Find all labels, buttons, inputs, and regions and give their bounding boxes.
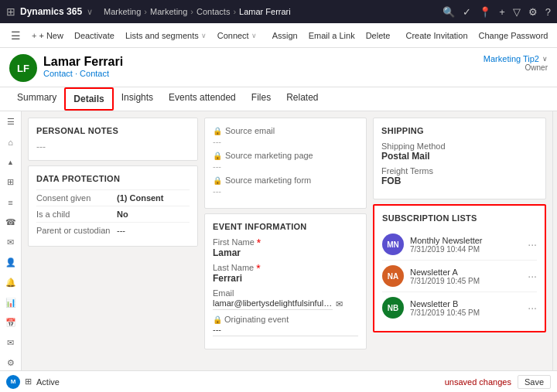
grid-icon[interactable]: ⊞: [6, 5, 15, 18]
email-link-button[interactable]: Email a Link: [304, 29, 360, 43]
mail-icon[interactable]: ✉: [3, 335, 19, 350]
main-layout: ☰ ⌂ ▲ ⊞ ≡ ☎ ✉ 👤 🔔 📊 📅 ✉ ⚙ PERSONAL NOTES…: [0, 111, 557, 370]
change-password-button[interactable]: Change Password: [474, 29, 553, 43]
filter-icon[interactable]: ▽: [513, 6, 521, 18]
subscription-more-3[interactable]: ···: [528, 302, 537, 314]
connect-button[interactable]: Connect ∨: [213, 29, 261, 43]
phone-icon[interactable]: ☎: [3, 215, 19, 230]
scrollbar[interactable]: [552, 111, 557, 370]
deactivate-button[interactable]: Deactivate: [70, 29, 119, 43]
gear-icon[interactable]: ⚙: [528, 6, 538, 18]
subscription-info-2: Newsletter A 7/31/2019 10:45 PM: [410, 268, 521, 285]
lists-segments-button[interactable]: Lists and segments ∨: [121, 29, 211, 43]
chart-icon[interactable]: 📊: [3, 295, 19, 310]
command-bar: ☰ + + New Deactivate Lists and segments …: [0, 23, 557, 48]
delete-button[interactable]: Delete: [361, 29, 395, 43]
contact-type[interactable]: Contact · Contact: [43, 69, 484, 78]
subscription-lists-card: Subscription Lists MN Monthly Newsletter…: [373, 204, 546, 332]
source-form-value: ---: [213, 186, 358, 196]
tab-summary[interactable]: Summary: [9, 87, 64, 111]
subscription-name-3: Newsletter B: [410, 299, 521, 308]
source-page-label: 🔒 Source marketing page: [213, 151, 358, 160]
column-3: SHIPPING Shipping Method Postal Mail Fre…: [373, 118, 546, 364]
check-circle-icon[interactable]: ✓: [463, 6, 471, 18]
more-button[interactable]: ···: [554, 29, 557, 43]
freight-terms-value[interactable]: FOB: [381, 176, 538, 186]
tab-events[interactable]: Events attended: [161, 87, 244, 111]
expand-icon[interactable]: ☰: [3, 114, 19, 130]
subscription-more-1[interactable]: ···: [528, 238, 537, 251]
source-page-value: ---: [213, 162, 358, 171]
dp-row-parent: Parent or custodian ---: [36, 222, 190, 238]
settings-side-icon[interactable]: ⚙: [3, 355, 19, 370]
breadcrumb: Marketing › Marketing › Contacts › Lamar…: [97, 0, 297, 23]
hamburger-icon[interactable]: ☰: [6, 28, 26, 43]
lock-icon-2: 🔒: [213, 152, 222, 160]
calendar-icon[interactable]: 📅: [3, 315, 19, 330]
email-field-value[interactable]: lamar@libertysdelightfulsinfulbakeryandc…: [213, 298, 333, 310]
first-name-value[interactable]: Lamar: [213, 247, 358, 258]
bell-icon[interactable]: 🔔: [3, 274, 19, 290]
email-field-label: Email: [213, 288, 358, 298]
shipping-method-field: Shipping Method Postal Mail: [381, 141, 538, 162]
status-active: Active: [36, 377, 60, 387]
email-field: Email lamar@libertysdelightfulsinfulbake…: [213, 288, 358, 310]
source-form-group: 🔒 Source marketing form ---: [213, 176, 358, 196]
contact-info: Lamar Ferrari Contact · Contact: [43, 54, 484, 78]
freight-terms-field: Freight Terms FOB: [381, 166, 538, 186]
tab-insights[interactable]: Insights: [114, 87, 161, 111]
unsaved-changes: unsaved changes: [445, 377, 511, 387]
up-icon[interactable]: ▲: [3, 155, 19, 170]
contact-header-right: Marketing Tip2 ∨ Owner: [484, 54, 548, 72]
status-left: M ⊞ Active: [6, 375, 60, 389]
lock-icon-4: 🔒: [213, 315, 222, 324]
create-invitation-button[interactable]: Create Invitation: [401, 29, 472, 43]
last-name-value[interactable]: Ferrari: [213, 273, 358, 284]
subscription-name-1: Monthly Newsletter: [410, 236, 521, 245]
event-info-title: Event information: [213, 222, 358, 231]
user-icon[interactable]: 👤: [3, 254, 19, 270]
last-name-label: Last Name *: [213, 263, 358, 272]
resize-icon[interactable]: ⊞: [25, 377, 32, 387]
shipping-card: SHIPPING Shipping Method Postal Mail Fre…: [373, 118, 546, 199]
home-side-icon[interactable]: ⌂: [3, 135, 19, 150]
freight-terms-label: Freight Terms: [381, 166, 538, 176]
save-button[interactable]: Save: [518, 375, 551, 389]
marketing-tip-sub: Owner: [525, 63, 548, 72]
dp-consent-label: Consent given: [36, 193, 114, 203]
plus-icon[interactable]: +: [499, 6, 505, 18]
breadcrumb-contacts[interactable]: Contacts: [196, 7, 230, 16]
breadcrumb-contact-name[interactable]: Lamar Ferrari: [239, 7, 291, 16]
breadcrumb-marketing2[interactable]: Marketing: [150, 7, 187, 16]
dp-child-label: Is a child: [36, 210, 114, 219]
email-side-icon[interactable]: ✉: [3, 235, 19, 251]
column-2: 🔒 Source email --- 🔒 Source marketing pa…: [204, 118, 367, 364]
new-button[interactable]: + + New: [27, 29, 68, 43]
avatar: LF: [9, 54, 37, 82]
tab-related[interactable]: Related: [278, 87, 326, 111]
source-email-value: ---: [213, 137, 358, 146]
list-side-icon[interactable]: ≡: [3, 195, 19, 210]
help-icon[interactable]: ?: [545, 6, 551, 18]
app-name[interactable]: Dynamics 365: [20, 6, 82, 17]
subscription-info-3: Newsletter B 7/31/2019 10:45 PM: [410, 299, 521, 317]
assign-button[interactable]: Assign: [268, 29, 302, 43]
subscription-more-2[interactable]: ···: [528, 270, 537, 282]
search-icon[interactable]: 🔍: [443, 6, 455, 18]
contact-header: LF Lamar Ferrari Contact · Contact Marke…: [0, 48, 557, 87]
breadcrumb-marketing1[interactable]: Marketing: [104, 7, 141, 16]
source-email-group: 🔒 Source email ---: [213, 126, 358, 146]
tab-files[interactable]: Files: [244, 87, 278, 111]
marketing-tip[interactable]: Marketing Tip2 ∨: [484, 54, 548, 63]
email-icon[interactable]: ✉: [336, 299, 343, 309]
subscription-info-1: Monthly Newsletter 7/31/2019 10:44 PM: [410, 236, 521, 254]
dp-parent-value: ---: [117, 226, 125, 235]
tab-details[interactable]: Details: [64, 87, 113, 111]
dp-child-value: No: [117, 210, 128, 219]
shipping-method-value[interactable]: Postal Mail: [381, 151, 538, 162]
location-icon[interactable]: 📍: [479, 6, 491, 18]
subscription-item-2: NA Newsletter A 7/31/2019 10:45 PM ···: [382, 261, 537, 292]
last-name-field: Last Name * Ferrari: [213, 263, 358, 284]
dp-row-child: Is a child No: [36, 206, 190, 222]
bookmark-icon[interactable]: ⊞: [3, 175, 19, 190]
